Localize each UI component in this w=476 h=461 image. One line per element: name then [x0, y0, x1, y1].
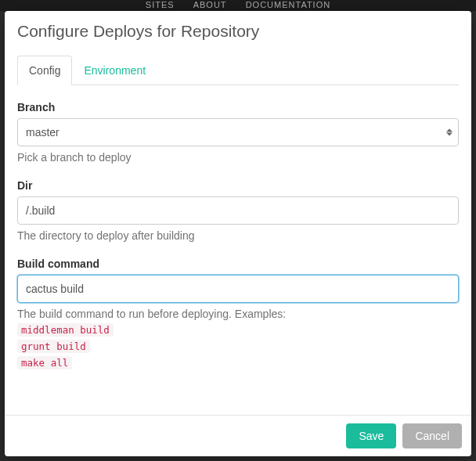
build-group: Build command The build command to run b…	[17, 258, 459, 369]
tabs: Config Environment	[17, 55, 459, 85]
cancel-button[interactable]: Cancel	[402, 423, 462, 448]
build-examples: middleman build grunt build make all	[17, 320, 459, 369]
modal-header: Configure Deploys for Repository	[5, 11, 471, 49]
branch-help: Pick a branch to deploy	[17, 151, 459, 164]
modal-body: Config Environment Branch master Pick a …	[5, 49, 471, 415]
tab-environment[interactable]: Environment	[72, 56, 157, 85]
background-topnav: SITES ABOUT DOCUMENTATION	[0, 0, 476, 11]
branch-label: Branch	[17, 101, 459, 113]
dir-group: Dir The directory to deploy after buildi…	[17, 179, 459, 242]
configure-deploys-modal: Configure Deploys for Repository Config …	[5, 11, 471, 456]
modal-footer: Save Cancel	[5, 415, 471, 456]
build-label: Build command	[17, 258, 459, 270]
example-code: make all	[17, 356, 72, 369]
branch-group: Branch master Pick a branch to deploy	[17, 101, 459, 164]
branch-select[interactable]: master	[17, 118, 459, 146]
tab-config[interactable]: Config	[17, 56, 72, 85]
modal-title: Configure Deploys for Repository	[17, 22, 459, 41]
dir-input[interactable]	[17, 196, 459, 225]
example-code: middleman build	[17, 323, 114, 337]
dir-label: Dir	[17, 179, 459, 192]
save-button[interactable]: Save	[346, 423, 396, 448]
build-help: The build command to run before deployin…	[17, 308, 459, 320]
dir-help: The directory to deploy after building	[17, 229, 459, 242]
example-code: grunt build	[17, 340, 90, 353]
build-command-input[interactable]	[17, 275, 459, 303]
